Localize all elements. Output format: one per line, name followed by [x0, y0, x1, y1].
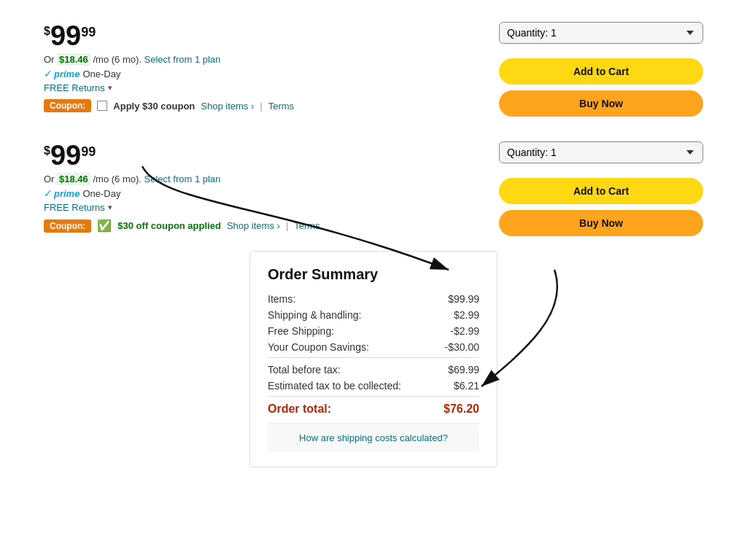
installment-2: Or $18.46 /mo (6 mo). Select from 1 plan [44, 174, 484, 184]
buy-now-button-1[interactable]: Buy Now [499, 90, 703, 117]
summary-value-coupon: -$30.00 [445, 341, 479, 353]
select-plan-link-2[interactable]: Select from 1 plan [144, 174, 221, 184]
chevron-down-icon-2: ▾ [108, 203, 112, 212]
coupon-line-2: Coupon: ✅ $30 off coupon applied Shop it… [44, 219, 484, 233]
add-to-cart-button-2[interactable]: Add to Cart [499, 178, 703, 204]
summary-row-shipping: Shipping & handling: $2.99 [268, 309, 479, 321]
summary-row-tax: Estimated tax to be collected: $6.21 [268, 380, 479, 392]
add-to-cart-button-1[interactable]: Add to Cart [499, 58, 703, 85]
price-cents-1: 99 [81, 25, 96, 40]
summary-row-total: Order total: $76.20 [268, 396, 479, 416]
price-dollar-1: $ [44, 25, 50, 38]
buy-now-button-2[interactable]: Buy Now [499, 210, 703, 236]
quantity-select-1[interactable]: Quantity: 1 [499, 22, 703, 44]
returns-2[interactable]: FREE Returns ▾ [44, 202, 484, 213]
coupon-checkbox-1[interactable] [97, 101, 107, 111]
order-summary-box: Order Summary Items: $99.99 Shipping & h… [249, 251, 498, 467]
order-summary-section: Order Summary Items: $99.99 Shipping & h… [44, 251, 703, 467]
purchase-section-2: Quantity: 1 Add to Cart Buy Now [499, 141, 703, 236]
installment-amount-1: $18.46 [57, 53, 90, 66]
summary-value-shipping: $2.99 [454, 309, 479, 321]
coupon-label-1: Coupon: [44, 99, 91, 112]
prime-suffix-2: One-Day [82, 188, 120, 199]
summary-row-free-shipping: Free Shipping: -$2.99 [268, 325, 479, 337]
summary-value-items: $99.99 [448, 293, 479, 305]
price-cents-2: 99 [81, 144, 96, 160]
prime-check-2: ✓ [44, 187, 53, 199]
coupon-applied-text-2: $30 off coupon applied [117, 220, 221, 231]
summary-label-free-shipping: Free Shipping: [268, 325, 334, 337]
chevron-down-icon-1: ▾ [108, 83, 112, 93]
quantity-wrapper-1: Quantity: 1 [499, 22, 703, 51]
summary-row-coupon: Your Coupon Savings: -$30.00 [268, 341, 479, 353]
coupon-applied-icon-2: ✅ [97, 219, 112, 233]
summary-value-total: $76.20 [444, 402, 479, 416]
product-info-1: $ 99 99 Or $18.46 /mo (6 mo). Select fro… [44, 22, 499, 117]
price-block-2: $ 99 99 [44, 141, 484, 169]
prime-logo-2: prime [54, 188, 80, 199]
order-summary-title: Order Summary [268, 266, 479, 283]
shipping-cost-link[interactable]: How are shipping costs calculated? [268, 423, 479, 452]
summary-label-tax: Estimated tax to be collected: [268, 380, 401, 392]
summary-label-before-tax: Total before tax: [268, 364, 341, 376]
summary-value-before-tax: $69.99 [448, 364, 479, 376]
price-main-1: 99 [50, 22, 81, 50]
summary-label-shipping: Shipping & handling: [268, 309, 361, 321]
price-dollar-2: $ [44, 144, 50, 158]
installment-1: Or $18.46 /mo (6 mo). Select from 1 plan [44, 54, 484, 65]
summary-value-tax: $6.21 [454, 380, 479, 392]
quantity-select-2[interactable]: Quantity: 1 [499, 141, 703, 163]
prime-logo-1: prime [54, 69, 80, 79]
prime-suffix-1: One-Day [82, 69, 120, 79]
prime-line-2: ✓ prime One-Day [44, 187, 484, 199]
shop-items-link-1[interactable]: Shop items › [201, 101, 254, 112]
price-main-2: 99 [50, 141, 81, 169]
summary-row-items: Items: $99.99 [268, 293, 479, 305]
product-info-2: $ 99 99 Or $18.46 /mo (6 mo). Select fro… [44, 141, 499, 236]
quantity-wrapper-2: Quantity: 1 [499, 141, 703, 171]
select-plan-link-1[interactable]: Select from 1 plan [144, 54, 221, 65]
summary-label-coupon: Your Coupon Savings: [268, 341, 369, 353]
summary-label-total: Order total: [268, 402, 331, 416]
coupon-line-1: Coupon: Apply $30 coupon Shop items › | … [44, 99, 484, 112]
summary-value-free-shipping: -$2.99 [450, 325, 479, 337]
coupon-label-2: Coupon: [44, 219, 91, 233]
price-block-1: $ 99 99 [44, 22, 484, 50]
installment-amount-2: $18.46 [57, 173, 90, 185]
coupon-apply-text-1: Apply $30 coupon [113, 101, 195, 112]
purchase-section-1: Quantity: 1 Add to Cart Buy Now [499, 22, 703, 117]
terms-link-2[interactable]: Terms [294, 220, 320, 231]
returns-1[interactable]: FREE Returns ▾ [44, 82, 484, 93]
shop-items-link-2[interactable]: Shop items › [227, 220, 280, 231]
prime-line-1: ✓ prime One-Day [44, 68, 484, 79]
summary-row-before-tax: Total before tax: $69.99 [268, 357, 479, 376]
terms-link-1[interactable]: Terms [268, 101, 294, 112]
prime-check-1: ✓ [44, 68, 53, 79]
summary-label-items: Items: [268, 293, 295, 305]
